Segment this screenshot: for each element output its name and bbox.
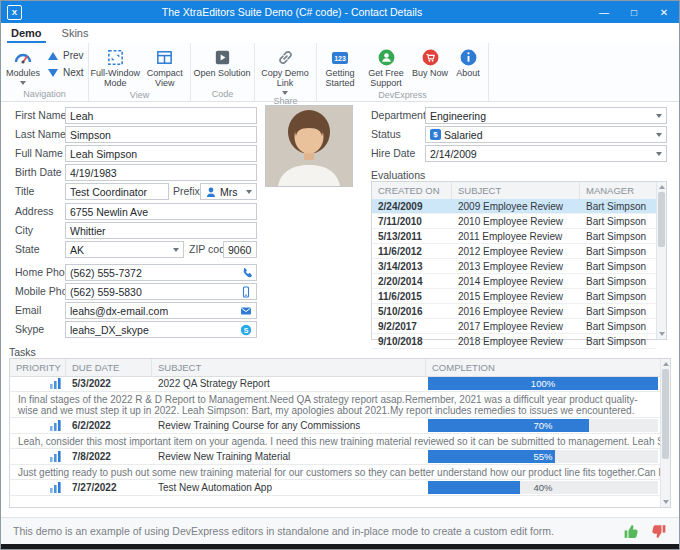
address-label: Address [15,205,54,217]
tab-skins[interactable]: Skins [52,23,99,43]
info-icon [459,47,478,68]
column-header[interactable]: MANAGER [580,182,656,199]
svg-text:123: 123 [334,55,346,62]
getting-started-button[interactable]: 123 Getting Started [318,45,362,89]
scroll-up-icon [659,185,665,189]
table-row[interactable]: 9/2/20172017 Employee ReviewBart Simpson [372,319,656,334]
column-header[interactable]: SUBJECT [452,182,580,199]
phone-icon [240,267,252,279]
full-window-mode-button[interactable]: Full-Window Mode [90,45,140,89]
home-phone-field[interactable]: (562) 555-7372 [65,264,257,281]
next-button[interactable]: Next [48,67,84,78]
evaluations-grid: CREATED ON SUBJECT MANAGER 2/24/20092009… [371,181,667,340]
column-header[interactable]: DUE DATE [66,359,152,376]
ribbon-group-devexpress: 123 Getting Started Get Free Support Buy… [317,43,489,101]
skype-field[interactable]: leahs_DX_skype S [65,321,257,338]
hire-date-field[interactable]: 2/14/2009 [425,145,667,162]
full-name-field[interactable]: Leah Simpson [65,145,257,162]
scrollbar-thumb[interactable] [658,192,665,247]
address-field[interactable]: 6755 Newlin Ave [65,203,257,220]
ribbon: Modules Prev Next Navigation [1,43,679,102]
prev-button[interactable]: Prev [48,50,84,61]
task-row[interactable]: 6/2/2022 Review Training Course for any … [10,418,660,434]
cart-icon [421,47,440,68]
svg-text:S: S [244,326,249,333]
window-title: The XtraEditors Suite Demo (C# code) - C… [1,6,583,18]
compact-view-button[interactable]: Compact View [140,45,189,89]
birth-date-field[interactable]: 4/19/1983 [65,164,257,181]
state-combo[interactable]: AK [65,241,184,258]
person-icon [205,186,217,198]
task-note: Leah, consider this most important item … [10,434,660,449]
minimize-button[interactable]: — [589,1,619,23]
table-row[interactable]: 2/20/20142014 Employee ReviewBart Simpso… [372,274,656,289]
email-field[interactable]: leahs@dx-email.com [65,302,257,319]
first-name-field[interactable]: Leah [65,107,257,124]
link-icon [276,47,295,68]
completion-progressbar: 40% [428,481,658,494]
task-row[interactable]: 5/3/2022 2022 QA Strategy Report 100% [10,376,660,392]
chevron-down-icon [656,114,662,118]
chevron-down-icon [173,248,179,252]
gauge-icon [13,47,33,68]
prefix-combo[interactable]: Mrs [200,183,257,200]
last-name-field[interactable]: Simpson [65,126,257,143]
tasks-title: Tasks [9,346,36,358]
copy-demo-link-button[interactable]: Copy Demo Link [256,45,314,95]
column-header[interactable]: SUBJECT [152,359,426,376]
scrollbar[interactable] [660,359,670,507]
ribbon-group-label: Code [191,88,254,101]
thumbs-down-icon[interactable] [650,523,667,540]
hire-date-label: Hire Date [371,147,415,159]
task-row[interactable]: 7/27/2022 Test New Automation App 40% [10,480,660,496]
close-button[interactable]: ✕ [649,1,679,23]
thumbs-up-icon[interactable] [623,523,640,540]
mobile-icon [240,286,252,298]
table-row[interactable]: 11/6/20152015 Employee ReviewBart Simpso… [372,289,656,304]
column-header[interactable]: PRIORITY [10,359,66,376]
first-name-label: First Name [15,109,66,121]
up-arrow-icon [48,52,58,60]
chevron-down-icon [20,81,26,85]
chevron-down-icon [656,133,662,137]
table-row[interactable]: 5/13/20112011 Employee ReviewBart Simpso… [372,229,656,244]
table-row[interactable]: 11/6/20122012 Employee ReviewBart Simpso… [372,244,656,259]
mobile-phone-field[interactable]: (562) 559-5830 [65,283,257,300]
city-field[interactable]: Whittier [65,222,257,239]
get-free-support-button[interactable]: Get Free Support [362,45,410,89]
buy-now-button[interactable]: Buy Now [410,45,450,79]
maximize-button[interactable]: □ [619,1,649,23]
status-text: This demo is an example of using DevExpr… [13,525,554,537]
compact-view-icon [155,47,174,68]
table-row[interactable]: 9/10/20182018 Employee ReviewBart Simpso… [372,334,656,349]
open-solution-button[interactable]: Open Solution [192,45,252,79]
ribbon-group-label: DevExpress [317,89,488,102]
column-header[interactable]: CREATED ON [372,182,452,199]
tasks-grid: PRIORITY DUE DATE SUBJECT COMPLETION 5/3… [9,358,671,508]
tab-demo[interactable]: Demo [1,23,52,43]
priority-icon [50,482,61,493]
full-window-icon [106,47,125,68]
evaluations-header: CREATED ON SUBJECT MANAGER [372,182,656,200]
table-row[interactable]: 2/24/20092009 Employee ReviewBart Simpso… [372,199,656,214]
table-row[interactable]: 7/11/20102010 Employee ReviewBart Simpso… [372,214,656,229]
task-row[interactable]: 7/8/2022 Review New Training Material 55… [10,449,660,465]
scrollbar-thumb[interactable] [662,369,669,459]
table-row[interactable]: 5/10/20162016 Employee ReviewBart Simpso… [372,304,656,319]
title-field[interactable]: Test Coordinator [65,183,169,200]
table-row[interactable]: 3/14/20132013 Employee ReviewBart Simpso… [372,259,656,274]
priority-icon [50,420,61,431]
status-combo[interactable]: $ Salaried [425,126,667,143]
full-name-label: Full Name [15,147,63,159]
city-label: City [15,224,33,236]
department-combo[interactable]: Engineering [425,107,667,124]
zip-field[interactable]: 90601 [223,241,257,258]
contact-photo [265,105,353,187]
title-label: Title [15,185,34,197]
column-header[interactable]: COMPLETION [426,359,660,376]
about-button[interactable]: About [450,45,486,79]
getting-started-icon: 123 [330,47,350,68]
dollar-icon: $ [430,129,441,140]
scrollbar[interactable] [656,182,666,339]
modules-button[interactable]: Modules [2,45,44,85]
